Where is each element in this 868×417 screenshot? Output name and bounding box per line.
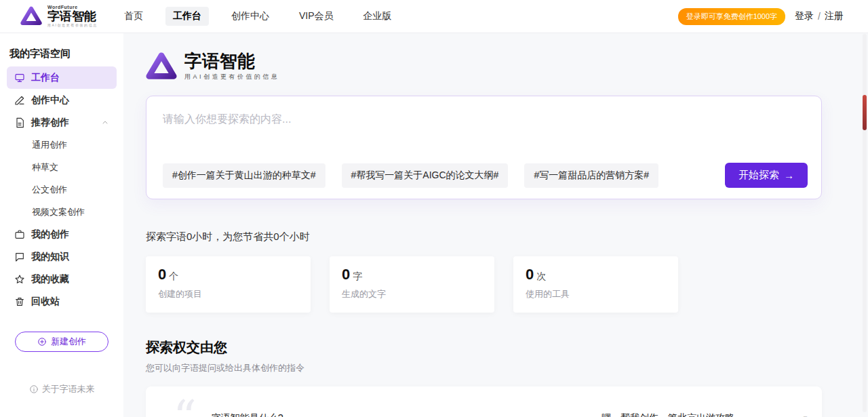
sidebar-item-recycle-bin[interactable]: 回收站 <box>7 290 117 313</box>
top-nav-links: 首页 工作台 创作中心 VIP会员 企业版 <box>117 7 399 26</box>
nav-item-creation-center[interactable]: 创作中心 <box>224 7 277 26</box>
example-prompts-row: “ 字语智能是什么? 嗯，帮我创作一篇北京出游攻略 ▼ <box>173 404 808 417</box>
nav-item-home[interactable]: 首页 <box>117 7 151 26</box>
sidebar-item-my-knowledge[interactable]: 我的知识 <box>7 245 117 268</box>
auth-divider: / <box>818 11 821 22</box>
stat-value: 0字 <box>342 266 482 283</box>
sidebar-item-label: 我的收藏 <box>31 273 69 285</box>
example-prompts-card: “ 字语智能是什么? 嗯，帮我创作一篇北京出游攻略 ▼ <box>146 386 822 417</box>
briefcase-icon <box>14 229 25 240</box>
sidebar-item-label: 我的知识 <box>31 251 69 263</box>
explore-section-title: 探索权交由您 <box>146 338 822 357</box>
sidebar-item-label: 回收站 <box>31 296 60 308</box>
info-circle-icon <box>29 384 39 394</box>
stat-card-projects: 0个 创建的项目 <box>146 256 311 313</box>
arrow-right-icon: → <box>784 170 794 181</box>
nav-item-enterprise[interactable]: 企业版 <box>356 7 399 26</box>
brand-triangle-icon <box>20 5 42 27</box>
sidebar-item-label: 我的创作 <box>31 229 69 241</box>
stat-label: 创建的项目 <box>158 288 298 300</box>
nav-item-workbench[interactable]: 工作台 <box>165 7 209 26</box>
star-icon <box>14 274 25 285</box>
stat-unit: 次 <box>536 271 546 281</box>
suggestion-chip-dessert-marketing[interactable]: #写一篇甜品店的营销方案# <box>524 163 658 188</box>
trash-icon <box>14 296 25 307</box>
sidebar-subitem-general[interactable]: 通用创作 <box>0 134 123 156</box>
auth-links: 登录 / 注册 <box>795 10 844 22</box>
chat-bubble-icon <box>14 252 25 262</box>
sidebar-item-my-creations[interactable]: 我的创作 <box>7 223 117 245</box>
quote-icon: “ <box>173 404 197 417</box>
register-link[interactable]: 注册 <box>825 10 844 22</box>
stat-value: 0次 <box>526 266 666 283</box>
sidebar-subitem-seeding[interactable]: 种草文 <box>0 156 123 178</box>
top-navbar: WordFuture 字语智能 用AI创造更有价值的信息 首页 工作台 创作中心… <box>0 0 868 33</box>
start-explore-button[interactable]: 开始探索 → <box>725 163 808 188</box>
free-credits-promo-button[interactable]: 登录即可享免费创作1000字 <box>678 8 785 25</box>
hero-text: 字语智能 用AI创造更有价值的信息 <box>184 52 280 81</box>
suggestion-chip-aigc-outline[interactable]: #帮我写一篇关于AIGC的论文大纲# <box>342 163 509 188</box>
sidebar-title: 我的字语空间 <box>0 33 123 66</box>
login-link[interactable]: 登录 <box>795 10 814 22</box>
brand-text: WordFuture 字语智能 用AI创造更有价值的信息 <box>47 5 98 28</box>
stat-card-tools: 0次 使用的工具 <box>513 256 678 313</box>
nav-item-vip[interactable]: VIP会员 <box>292 7 341 26</box>
page-scrollbar-track <box>863 34 867 412</box>
new-creation-button[interactable]: 新建创作 <box>15 332 108 352</box>
hero-triangle-icon <box>146 51 177 82</box>
about-label: 关于字语未来 <box>42 383 95 395</box>
usage-summary: 探索字语0小时，为您节省共0个小时 <box>146 231 822 243</box>
monitor-icon <box>14 73 25 83</box>
explore-section-subtitle: 您可以向字语提问或给出具体创作的指令 <box>146 362 822 374</box>
hero-tagline: 用AI创造更有价值的信息 <box>184 73 280 81</box>
example-prompt[interactable]: 嗯，帮我创作一篇北京出游攻略 <box>601 412 734 417</box>
example-answer-group: 嗯，帮我创作一篇北京出游攻略 ▼ <box>601 412 808 417</box>
sidebar-subitem-video-copy[interactable]: 视频文案创作 <box>0 201 123 223</box>
example-question[interactable]: 字语智能是什么? <box>212 412 283 417</box>
brand-tagline: 用AI创造更有价值的信息 <box>47 24 98 28</box>
new-creation-label: 新建创作 <box>51 336 86 348</box>
suggestion-chips-row: #创作一篇关于黄山出游的种草文# #帮我写一篇关于AIGC的论文大纲# #写一篇… <box>146 153 821 199</box>
stat-card-words: 0字 生成的文字 <box>330 256 494 313</box>
stat-unit: 个 <box>169 271 178 281</box>
start-explore-label: 开始探索 <box>738 169 779 182</box>
stats-row: 0个 创建的项目 0字 生成的文字 0次 使用的工具 <box>146 256 822 313</box>
brand-logo[interactable]: WordFuture 字语智能 用AI创造更有价值的信息 <box>20 5 98 28</box>
sidebar-item-my-favorites[interactable]: 我的收藏 <box>7 268 117 290</box>
pencil-icon <box>14 95 25 106</box>
stat-label: 生成的文字 <box>342 288 482 300</box>
suggestion-chip-huangshan[interactable]: #创作一篇关于黄山出游的种草文# <box>163 163 326 188</box>
document-icon <box>14 117 25 128</box>
hero-brand-name: 字语智能 <box>184 52 280 70</box>
brand-name: 字语智能 <box>47 10 98 24</box>
explore-search-input[interactable] <box>146 96 821 151</box>
page-scrollbar-thumb[interactable] <box>863 95 867 130</box>
sidebar: 我的字语空间 工作台 创作中心 推荐创作 通用创作 种草文 公文创作 视频文案创 <box>0 33 123 417</box>
about-wordfuture-link[interactable]: 关于字语未来 <box>0 383 123 395</box>
hero-logo: 字语智能 用AI创造更有价值的信息 <box>146 51 822 82</box>
stat-unit: 字 <box>353 271 362 281</box>
sidebar-item-workbench[interactable]: 工作台 <box>7 66 117 89</box>
chevron-up-icon <box>101 119 109 127</box>
sidebar-item-label: 推荐创作 <box>31 117 69 129</box>
sidebar-item-label: 工作台 <box>31 72 60 84</box>
topnav-right: 登录即可享免费创作1000字 登录 / 注册 <box>678 8 844 25</box>
sidebar-item-recommended[interactable]: 推荐创作 <box>7 111 117 134</box>
explore-search-panel: #创作一篇关于黄山出游的种草文# #帮我写一篇关于AIGC的论文大纲# #写一篇… <box>146 96 822 199</box>
stat-value: 0个 <box>158 266 298 283</box>
sidebar-item-label: 创作中心 <box>31 94 69 106</box>
stat-label: 使用的工具 <box>526 288 666 300</box>
sidebar-subitem-official[interactable]: 公文创作 <box>0 178 123 201</box>
sidebar-item-creation-center[interactable]: 创作中心 <box>7 89 117 111</box>
plus-circle-icon <box>37 337 47 346</box>
main-content: 字语智能 用AI创造更有价值的信息 #创作一篇关于黄山出游的种草文# #帮我写一… <box>123 33 868 417</box>
